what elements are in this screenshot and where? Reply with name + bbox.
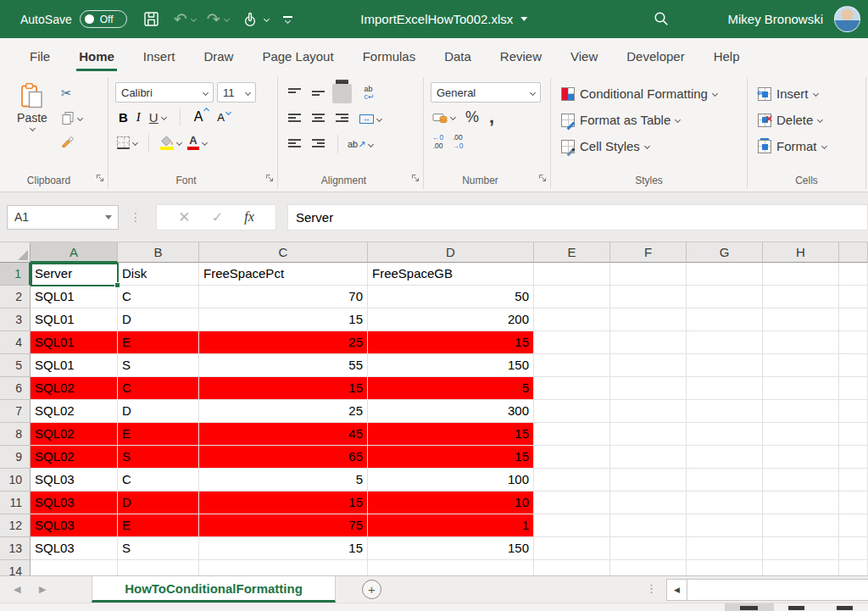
cell-H2[interactable] xyxy=(763,286,839,308)
cell-F3[interactable] xyxy=(610,308,687,331)
row-header-2[interactable]: 2 xyxy=(0,286,31,308)
cell-C5[interactable]: 55 xyxy=(199,354,368,377)
cell-E11[interactable] xyxy=(534,492,610,514)
cell-H9[interactable] xyxy=(763,446,839,469)
cell-H5[interactable] xyxy=(763,354,839,377)
tab-home[interactable]: Home xyxy=(64,38,129,75)
increase-decimal-button[interactable]: ←0.00 xyxy=(432,134,443,151)
cell-D2[interactable]: 50 xyxy=(368,286,534,308)
column-header-B[interactable]: B xyxy=(118,242,199,263)
cell-E4[interactable] xyxy=(534,331,610,354)
tab-developer[interactable]: Developer xyxy=(612,38,698,75)
cell-B1[interactable]: Disk xyxy=(118,263,199,286)
cell-F9[interactable] xyxy=(610,446,687,469)
insert-function-button[interactable]: fx xyxy=(244,209,254,225)
column-header-F[interactable]: F xyxy=(610,242,687,263)
cell-I2[interactable] xyxy=(839,286,868,308)
conditional-formatting-button[interactable]: Conditional Formatting xyxy=(561,81,742,107)
cell-F1[interactable] xyxy=(610,263,687,286)
cell-I10[interactable] xyxy=(839,469,868,492)
cell-E6[interactable] xyxy=(534,377,610,400)
cell-I8[interactable] xyxy=(839,423,868,446)
cell-D5[interactable]: 150 xyxy=(368,354,534,377)
cell-A5[interactable]: SQL01 xyxy=(31,354,118,377)
increase-indent-button[interactable] xyxy=(309,135,328,154)
row-header-12[interactable]: 12 xyxy=(0,514,31,537)
cell-E7[interactable] xyxy=(534,400,610,423)
row-header-3[interactable]: 3 xyxy=(0,308,31,331)
cell-H6[interactable] xyxy=(763,377,839,400)
cell-F11[interactable] xyxy=(610,492,687,514)
avatar[interactable] xyxy=(834,6,860,32)
cell-B12[interactable]: E xyxy=(118,514,199,537)
cell-B5[interactable]: S xyxy=(118,354,199,377)
cell-styles-button[interactable]: Cell Styles xyxy=(561,133,742,159)
cell-A14[interactable] xyxy=(31,560,118,575)
search-button[interactable] xyxy=(653,10,670,27)
new-sheet-button[interactable]: + xyxy=(362,580,381,599)
cell-G13[interactable] xyxy=(687,537,763,560)
formula-input[interactable]: Server xyxy=(287,204,868,231)
font-size-combobox[interactable]: 11 xyxy=(217,82,256,103)
cell-I6[interactable] xyxy=(839,377,868,400)
cell-A6[interactable]: SQL02 xyxy=(31,377,118,400)
cell-I12[interactable] xyxy=(839,514,868,537)
row-header-5[interactable]: 5 xyxy=(0,354,31,377)
tab-draw[interactable]: Draw xyxy=(189,38,248,75)
cell-C7[interactable]: 25 xyxy=(199,400,368,423)
insert-cells-button[interactable]: ⇦ Insert xyxy=(758,81,860,107)
dialog-launcher-icon[interactable] xyxy=(538,170,547,186)
cell-H1[interactable] xyxy=(763,263,839,286)
cell-G11[interactable] xyxy=(687,492,763,514)
formula-bar-resizer[interactable]: ⋮ xyxy=(130,210,142,224)
name-box[interactable]: A1 xyxy=(7,205,119,230)
align-top-button[interactable] xyxy=(285,84,304,103)
underline-button[interactable]: U xyxy=(149,110,166,125)
tab-help[interactable]: Help xyxy=(699,38,754,75)
cell-F13[interactable] xyxy=(610,537,687,560)
wrap-text-button[interactable]: abc↵ xyxy=(359,84,379,103)
cell-G12[interactable] xyxy=(687,514,763,537)
scroll-left-button[interactable]: ◀ xyxy=(666,579,687,601)
row-header-4[interactable]: 4 xyxy=(0,331,31,354)
cell-G14[interactable] xyxy=(687,560,763,575)
cell-F6[interactable] xyxy=(610,377,687,400)
cell-B2[interactable]: C xyxy=(118,286,199,308)
align-middle-button[interactable] xyxy=(309,84,328,103)
cell-B11[interactable]: D xyxy=(118,492,199,514)
align-center-button[interactable] xyxy=(309,109,328,129)
cell-D12[interactable]: 1 xyxy=(368,514,534,537)
tab-data[interactable]: Data xyxy=(430,38,486,75)
tab-insert[interactable]: Insert xyxy=(129,38,190,75)
copy-button[interactable] xyxy=(61,111,82,125)
cell-E14[interactable] xyxy=(534,560,610,575)
cell-D11[interactable]: 10 xyxy=(368,492,534,514)
cell-E13[interactable] xyxy=(534,537,610,560)
cell-G9[interactable] xyxy=(687,446,763,469)
cell-C11[interactable]: 15 xyxy=(199,492,368,514)
cell-F10[interactable] xyxy=(610,469,687,492)
cell-C4[interactable]: 25 xyxy=(199,331,368,354)
cell-G10[interactable] xyxy=(687,469,763,492)
cell-I14[interactable] xyxy=(839,560,868,575)
cell-B8[interactable]: E xyxy=(118,423,199,446)
cell-D14[interactable] xyxy=(368,560,534,575)
cell-A9[interactable]: SQL02 xyxy=(31,446,118,469)
number-format-combobox[interactable]: General xyxy=(431,82,541,103)
column-header-D[interactable]: D xyxy=(368,242,534,263)
column-header-partial[interactable] xyxy=(839,242,868,263)
cell-A8[interactable]: SQL02 xyxy=(31,423,118,446)
bold-button[interactable]: B xyxy=(119,110,128,125)
cell-C3[interactable]: 15 xyxy=(199,308,368,331)
cell-E8[interactable] xyxy=(534,423,610,446)
row-header-13[interactable]: 13 xyxy=(0,537,31,560)
cell-A1[interactable]: Server xyxy=(31,263,118,286)
cell-G7[interactable] xyxy=(687,400,763,423)
column-header-C[interactable]: C xyxy=(199,242,368,263)
cell-F4[interactable] xyxy=(610,331,687,354)
cell-I5[interactable] xyxy=(839,354,868,377)
cell-D13[interactable]: 150 xyxy=(368,537,534,560)
cell-B7[interactable]: D xyxy=(118,400,199,423)
cell-B14[interactable] xyxy=(118,560,199,575)
undo-button[interactable]: ↶ xyxy=(174,11,196,27)
